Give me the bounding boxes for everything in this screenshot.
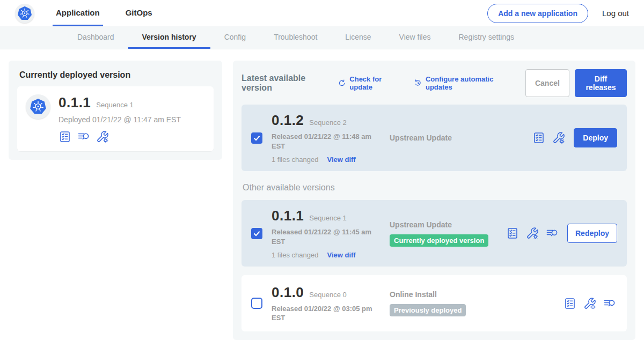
files-changed-label: 1 files changed [272, 156, 318, 164]
version-number: 0.1.2 [272, 112, 304, 129]
view-diff-link[interactable]: View diff [327, 251, 355, 259]
checklist-icon[interactable] [564, 297, 576, 310]
kubernetes-logo-icon [17, 5, 33, 21]
check-for-update-link[interactable]: Check for update [338, 75, 401, 91]
view-diff-link[interactable]: View diff [327, 156, 355, 164]
version-number: 0.1.0 [272, 284, 304, 301]
deployed-timestamp: Deployed 01/21/22 @ 11:47 am EST [58, 115, 181, 124]
wrench-gear-icon[interactable] [526, 227, 539, 240]
checkmark-icon [252, 134, 261, 143]
checkmark-icon [252, 229, 261, 238]
tab-troubleshoot[interactable]: Troubleshoot [260, 26, 331, 49]
sequence-label: Sequence 0 [309, 291, 346, 299]
refresh-icon [338, 78, 346, 88]
other-versions-title: Other available versions [243, 183, 627, 193]
logs-magnifier-icon[interactable] [77, 130, 90, 143]
logout-link[interactable]: Log out [602, 9, 629, 18]
tab-license[interactable]: License [331, 26, 385, 49]
checklist-icon[interactable] [506, 227, 519, 240]
clock-refresh-icon [414, 78, 422, 88]
top-navigation: Application GitOps Add a new application… [0, 0, 644, 26]
version-row-0-1-0: 0.1.0 Sequence 0 Released 01/20/22 @ 03:… [241, 275, 627, 331]
version-number: 0.1.1 [272, 208, 304, 224]
sequence-label: Sequence 2 [309, 119, 346, 127]
main-content: Currently deployed version 0.1.1 Sequenc… [0, 49, 644, 340]
add-new-application-button[interactable]: Add a new application [487, 4, 588, 23]
configure-automatic-updates-link[interactable]: Configure automatic updates [414, 75, 513, 91]
configure-automatic-updates-label: Configure automatic updates [426, 75, 513, 91]
tab-version-history[interactable]: Version history [128, 26, 210, 49]
topnav-item-gitops-label: GitOps [126, 8, 152, 17]
logs-magnifier-icon[interactable] [546, 227, 559, 240]
diff-releases-button[interactable]: Diff releases [575, 69, 627, 97]
latest-available-header: Latest available version Check for updat… [241, 69, 627, 97]
app-logo [26, 94, 50, 119]
previously-deployed-badge: Previously deployed [390, 304, 466, 316]
tab-view-files[interactable]: View files [385, 26, 445, 49]
app-tab-bar: Dashboard Version history Config Trouble… [0, 26, 644, 49]
available-versions-panel: Latest available version Check for updat… [233, 61, 635, 340]
checklist-icon[interactable] [532, 131, 545, 144]
currently-deployed-badge: Currently deployed version [390, 234, 488, 247]
cancel-button[interactable]: Cancel [525, 69, 569, 97]
wrench-gear-icon[interactable] [552, 131, 565, 144]
tab-dashboard[interactable]: Dashboard [63, 26, 128, 49]
wrench-gear-icon[interactable] [96, 130, 109, 143]
topnav-item-application[interactable]: Application [53, 0, 103, 26]
kubernetes-logo [15, 4, 34, 23]
version-source-label: Upstream Update [390, 220, 506, 229]
released-timestamp: Released 01/21/22 @ 11:48 am EST [272, 132, 378, 151]
tab-registry-settings[interactable]: Registry settings [444, 26, 528, 49]
checklist-icon[interactable] [58, 130, 71, 143]
deploy-button[interactable]: Deploy [574, 128, 617, 147]
files-changed-label: 1 files changed [272, 251, 318, 259]
topnav-item-application-label: Application [56, 8, 100, 17]
version-row-0-1-1: 0.1.1 Sequence 1 Released 01/21/22 @ 11:… [241, 200, 627, 267]
latest-available-title: Latest available version [241, 73, 329, 93]
version-checkbox-0-1-1[interactable] [251, 228, 262, 239]
kubernetes-app-icon [29, 98, 47, 116]
currently-deployed-title: Currently deployed version [19, 70, 214, 80]
topnav-item-gitops[interactable]: GitOps [122, 0, 156, 26]
version-checkbox-0-1-0[interactable] [251, 298, 262, 309]
currently-deployed-card: 0.1.1 Sequence 1 Deployed 01/21/22 @ 11:… [17, 86, 214, 151]
version-source-label: Upstream Update [390, 134, 532, 142]
check-for-update-label: Check for update [349, 75, 400, 91]
version-source-label: Online Install [390, 290, 564, 299]
currently-deployed-panel: Currently deployed version 0.1.1 Sequenc… [9, 61, 222, 160]
released-timestamp: Released 01/21/22 @ 11:45 am EST [272, 227, 378, 246]
version-checkbox-0-1-2[interactable] [251, 132, 262, 144]
wrench-eye-icon[interactable] [583, 297, 596, 310]
redeploy-button[interactable]: Redeploy [567, 224, 617, 243]
version-row-0-1-2: 0.1.2 Sequence 2 Released 01/21/22 @ 11:… [241, 105, 627, 171]
sequence-label: Sequence 1 [309, 214, 346, 222]
logs-magnifier-icon[interactable] [603, 297, 616, 310]
tab-config[interactable]: Config [210, 26, 260, 49]
deployed-version-number: 0.1.1 [58, 94, 91, 111]
deployed-sequence-label: Sequence 1 [96, 101, 133, 109]
released-timestamp: Released 01/20/22 @ 03:05 pm EST [272, 304, 378, 323]
